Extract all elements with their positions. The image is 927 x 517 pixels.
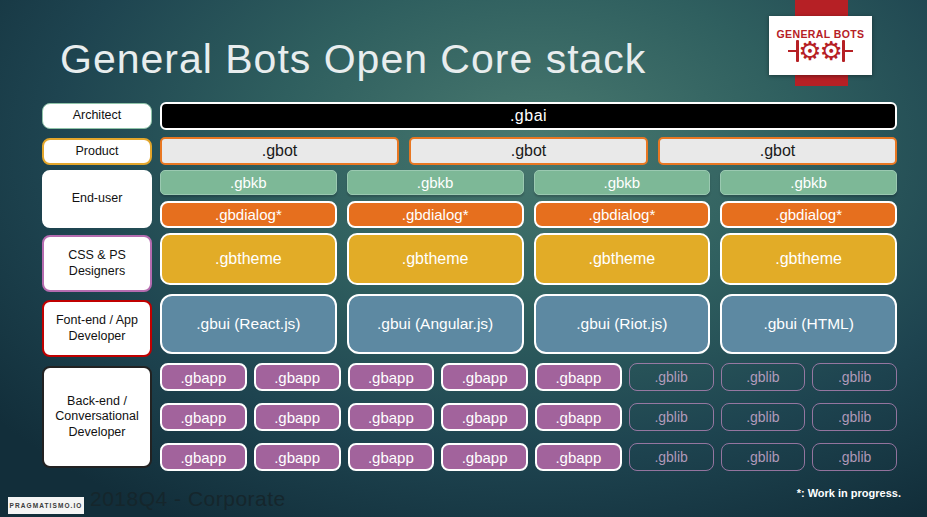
role-label-css-ps-designers: CSS & PS Designers [42,235,152,292]
row-gbapp-gblib-2: .gbapp .gbapp .gbapp .gbapp .gbapp .gbli… [160,403,897,431]
gear-icon: ⚙ [798,39,821,63]
gbot-box: .gbot [409,137,648,165]
gbapp-box: .gbapp [441,443,528,471]
gbdialog-box: .gbdialog* [720,201,897,228]
gblib-box: .gblib [812,363,897,391]
gbkb-box: .gbkb [347,170,524,195]
role-label-architect: Architect [42,103,152,129]
role-label-text: Back-end / Conversational Developer [49,394,145,441]
gbapp-box: .gbapp [441,363,528,391]
gbapp-box: .gbapp [535,363,622,391]
gbtheme-box: .gbtheme [160,233,337,285]
gbapp-box: .gbapp [535,443,622,471]
gbkb-box: .gbkb [534,170,711,195]
gbui-angular-box: .gbui (Angular.js) [347,294,524,354]
row-gbapp-gblib-1: .gbapp .gbapp .gbapp .gbapp .gbapp .gbli… [160,363,897,391]
role-label-text: Font-end / App Developer [49,313,145,344]
gbtheme-box: .gbtheme [534,233,711,285]
gbapp-box: .gbapp [348,403,435,431]
page-title: General Bots Open Core stack [60,36,646,83]
row-gbdialog: .gbdialog* .gbdialog* .gbdialog* .gbdial… [160,201,897,228]
gbkb-box: .gbkb [720,170,897,195]
gbui-react-box: .gbui (React.js) [160,294,337,354]
gbapp-box: .gbapp [254,403,341,431]
gblib-box: .gblib [629,443,714,471]
gear-axle-line [788,50,796,52]
gbapp-box: .gbapp [254,443,341,471]
gears-icon: ⚙ ⚙ [788,39,853,63]
pragmatismo-logo: PRAGMATISMO.IO [8,497,84,514]
gear-icon: ⚙ [820,39,843,63]
row-gbai: .gbai [160,102,897,130]
row-gbot: .gbot .gbot .gbot [160,137,897,165]
gblib-box: .gblib [721,443,806,471]
slide-caption: 2018Q4 - Corporate [90,487,286,511]
role-label-text: CSS & PS Designers [49,248,145,279]
role-label-product: Product [42,138,152,165]
gblib-box: .gblib [629,363,714,391]
role-label-text: End-user [72,191,123,207]
gbkb-box: .gbkb [160,170,337,195]
gbtheme-box: .gbtheme [720,233,897,285]
gbtheme-box: .gbtheme [347,233,524,285]
row-gbapp-gblib-3: .gbapp .gbapp .gbapp .gbapp .gbapp .gbli… [160,443,897,471]
gbapp-box: .gbapp [441,403,528,431]
slide: General Bots Open Core stack GENERAL BOT… [0,0,927,517]
gblib-box: .gblib [721,403,806,431]
gbapp-box: .gbapp [160,403,247,431]
gbapp-box: .gbapp [160,363,247,391]
gbdialog-box: .gbdialog* [347,201,524,228]
gblib-box: .gblib [812,403,897,431]
gbapp-box: .gbapp [160,443,247,471]
gbot-box: .gbot [658,137,897,165]
work-in-progress-note: *: Work in progress. [797,487,901,499]
gbui-riot-box: .gbui (Riot.js) [534,294,711,354]
gblib-box: .gblib [629,403,714,431]
gbui-html-box: .gbui (HTML) [720,294,897,354]
role-label-text: Product [75,144,118,160]
gear-axle-line [845,50,853,52]
gbot-box: .gbot [160,137,399,165]
role-label-text: Architect [73,108,122,124]
general-bots-logo: GENERAL BOTS ⚙ ⚙ [769,16,872,75]
row-gbui: .gbui (React.js) .gbui (Angular.js) .gbu… [160,294,897,354]
gbdialog-box: .gbdialog* [160,201,337,228]
gblib-box: .gblib [721,363,806,391]
row-gbkb: .gbkb .gbkb .gbkb .gbkb [160,170,897,195]
gblib-box: .gblib [812,443,897,471]
role-label-end-user: End-user [42,170,152,228]
row-gbtheme: .gbtheme .gbtheme .gbtheme .gbtheme [160,233,897,285]
role-label-backend-conversational-developer: Back-end / Conversational Developer [42,366,152,468]
role-label-frontend-app-developer: Font-end / App Developer [42,300,152,357]
gbapp-box: .gbapp [254,363,341,391]
gbapp-box: .gbapp [348,443,435,471]
gbai-box: .gbai [160,102,897,130]
gbdialog-box: .gbdialog* [534,201,711,228]
gbapp-box: .gbapp [348,363,435,391]
gbapp-box: .gbapp [535,403,622,431]
